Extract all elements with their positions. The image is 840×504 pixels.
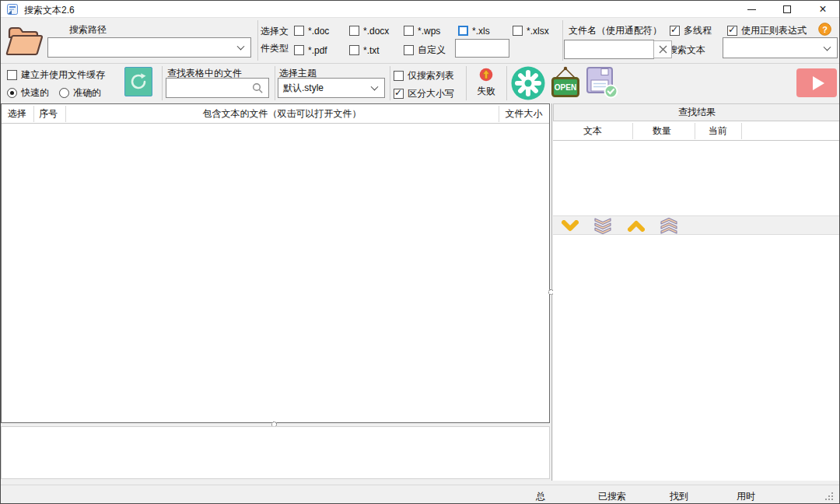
checkbox-box [727, 26, 737, 36]
column-separator [695, 123, 695, 139]
filetype-xls-checkbox[interactable]: *.xls [458, 25, 490, 37]
failed-icon [479, 68, 493, 82]
play-icon [813, 76, 824, 90]
find-in-table-input[interactable] [166, 78, 269, 98]
case-sensitive-checkbox[interactable]: 区分大小写 [394, 88, 454, 100]
filename-label: 文件名（使用通配符） [569, 24, 662, 37]
app-icon [7, 4, 18, 15]
failed-label: 失败 [471, 85, 502, 98]
minimize-button[interactable] [733, 1, 769, 18]
files-table[interactable]: 选择 序号 包含文本的文件（双击可以打开文件） 文件大小 [1, 103, 550, 423]
search-path-label: 搜索路径 [69, 23, 107, 36]
close-button[interactable]: × [805, 1, 840, 18]
filetype-pdf-checkbox[interactable]: *.pdf [294, 44, 327, 56]
mode-fast-radio[interactable]: 快速的 [7, 87, 49, 99]
checkbox-box [404, 45, 414, 55]
refresh-cache-button[interactable] [124, 67, 152, 96]
gear-icon [511, 66, 545, 100]
results-detail-panel[interactable] [553, 235, 840, 481]
theme-value: 默认.style [278, 82, 324, 93]
col-count[interactable]: 数量 [642, 124, 681, 138]
col-file[interactable]: 包含文本的文件（双击可以打开文件） [65, 107, 499, 121]
files-table-body[interactable] [2, 124, 549, 422]
results-table-body[interactable] [553, 141, 840, 215]
first-result-button[interactable] [657, 218, 681, 233]
window-title: 搜索文本2.6 [24, 4, 75, 16]
svg-text:?: ? [822, 25, 828, 34]
filetype-txt-checkbox[interactable]: *.txt [349, 44, 380, 56]
file-cache-checkbox[interactable]: 建立并使用文件缓存 [7, 69, 105, 81]
filetype-xlsx-checkbox[interactable]: *.xlsx [513, 25, 549, 37]
checkbox-box [349, 26, 359, 36]
filetype-wps-checkbox[interactable]: *.wps [404, 25, 440, 37]
radio-circle [7, 88, 17, 98]
separator [257, 20, 258, 61]
search-path-combobox[interactable] [47, 37, 251, 58]
multithread-checkbox[interactable]: 多线程 [670, 25, 712, 37]
mode-accurate-radio[interactable]: 准确的 [59, 87, 101, 99]
separator [466, 66, 467, 100]
checkbox-box [294, 26, 304, 36]
separator [562, 20, 563, 61]
status-time-label: 用时 [737, 490, 755, 502]
regex-checkbox[interactable]: 使用正则表达式 [727, 25, 807, 37]
settings-button[interactable] [511, 66, 545, 100]
checkbox-box [458, 26, 468, 36]
clear-filename-button[interactable] [653, 40, 672, 58]
status-searched-label: 已搜索 [598, 490, 626, 502]
chevron-down-icon [824, 43, 831, 51]
folder-icon [5, 23, 44, 58]
search-text-combobox[interactable] [723, 37, 838, 58]
column-separator [741, 123, 742, 139]
custom-filetype-input[interactable] [455, 39, 509, 58]
separator [162, 66, 163, 100]
open-file-button[interactable]: OPEN [550, 66, 581, 100]
start-search-button[interactable] [796, 68, 837, 97]
failed-items-button[interactable]: 失败 [471, 66, 502, 100]
status-bar: 总 已搜索 找到 用时 [1, 485, 839, 504]
col-current[interactable]: 当前 [698, 124, 737, 138]
next-result-button[interactable] [558, 218, 582, 233]
theme-combobox[interactable]: 默认.style [278, 78, 385, 98]
search-text-value [723, 42, 728, 53]
separator [1, 63, 840, 64]
radio-circle [59, 88, 69, 98]
results-table-header: 文本 数量 当前 [553, 121, 840, 141]
col-size[interactable]: 文件大小 [499, 107, 549, 121]
chevron-down-icon [562, 220, 579, 232]
col-text[interactable]: 文本 [573, 124, 612, 138]
help-icon[interactable]: ? [818, 23, 831, 36]
checkbox-box [7, 70, 17, 80]
filetype-custom-checkbox[interactable]: 自定义 [404, 44, 446, 56]
checkbox-box [394, 71, 404, 81]
checkbox-box [513, 26, 523, 36]
status-total-label: 总 [536, 490, 545, 502]
col-index[interactable]: 序号 [39, 107, 58, 121]
minimize-icon [747, 9, 756, 10]
chevron-down-icon [237, 43, 245, 51]
chevron-down-icon [371, 83, 379, 91]
filename-input[interactable] [564, 40, 654, 59]
resize-grip-icon[interactable] [824, 491, 834, 501]
checkbox-box [349, 45, 359, 55]
search-list-only-checkbox[interactable]: 仅搜索列表 [394, 70, 454, 82]
maximize-button[interactable] [769, 1, 805, 18]
preview-panel[interactable] [1, 426, 550, 479]
checkbox-box [670, 26, 680, 36]
previous-result-button[interactable] [625, 218, 648, 233]
col-select[interactable]: 选择 [8, 107, 26, 121]
open-sign-icon: OPEN [550, 66, 581, 100]
last-result-button[interactable] [591, 218, 614, 233]
checkbox-box [394, 89, 404, 99]
chevrons-up-icon [660, 218, 678, 234]
filetype-docx-checkbox[interactable]: *.docx [349, 25, 389, 37]
open-sign-text: OPEN [555, 83, 576, 92]
filetype-doc-checkbox[interactable]: *.doc [294, 25, 329, 37]
separator [390, 66, 390, 100]
clear-icon [659, 45, 667, 54]
browse-folder-button[interactable] [4, 21, 46, 60]
filetype-label-line1: 选择文 [261, 25, 289, 37]
save-results-button[interactable] [586, 66, 618, 99]
app-window: 搜索文本2.6 × 搜索路径 选择文 件类型 *.doc *.docx *.wp… [0, 0, 840, 504]
separator [506, 66, 507, 100]
